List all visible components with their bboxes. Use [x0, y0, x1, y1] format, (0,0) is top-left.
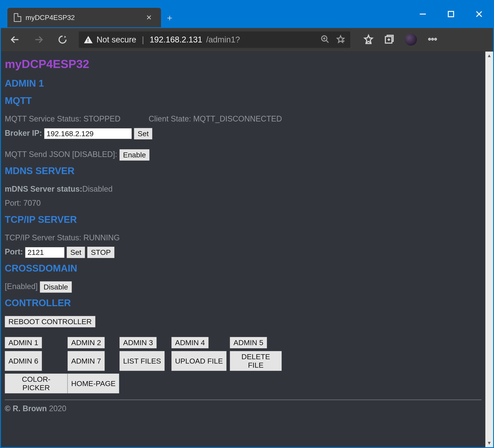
mqtt-json-enable-button[interactable]: Enable [119, 149, 150, 161]
tcpip-status-row: TCP/IP Server Status: RUNNING [5, 231, 482, 244]
page-title: myDCP4ESP32 [5, 57, 482, 71]
svg-rect-1 [448, 12, 454, 17]
svg-marker-13 [365, 35, 372, 43]
broker-set-button[interactable]: Set [134, 128, 152, 140]
window-controls [409, 1, 493, 27]
admin4-button[interactable]: ADMIN 4 [171, 337, 209, 348]
zoom-icon[interactable] [321, 35, 330, 45]
scroll-down-icon[interactable]: ▼ [487, 440, 492, 446]
color-picker-button[interactable]: COLOR-PICKER [5, 373, 68, 393]
reboot-row: REBOOT CONTROLLER [5, 315, 482, 327]
crossdomain-status: [Enabled] [5, 282, 38, 291]
footer: © R. Brown 2020 [5, 404, 482, 413]
browser-window: myDCP4ESP32 ✕ ＋ [0, 0, 494, 448]
titlebar: myDCP4ESP32 ✕ ＋ [1, 1, 493, 27]
copyright-year: 2020 [47, 404, 66, 413]
mdns-status-row: mDNS Server status:Disabled [5, 183, 482, 195]
close-window-button[interactable] [465, 4, 493, 24]
separator: | [142, 35, 144, 44]
scroll-up-icon[interactable]: ▲ [487, 53, 492, 58]
svg-point-18 [429, 38, 430, 40]
url-actions [321, 35, 345, 45]
mqtt-broker-row: Broker IP: Set [5, 127, 482, 140]
reboot-controller-button[interactable]: REBOOT CONTROLLER [5, 316, 95, 327]
admin-heading: ADMIN 1 [5, 78, 482, 89]
tcpip-heading: TCP/IP SERVER [5, 214, 482, 225]
new-tab-button[interactable]: ＋ [161, 8, 178, 27]
mqtt-status-row: MQTT Service Status: STOPPED Client Stat… [5, 113, 482, 125]
tcpip-port-input[interactable] [25, 247, 64, 258]
profile-avatar[interactable] [405, 34, 417, 46]
tab-strip: myDCP4ESP32 ✕ ＋ [1, 1, 178, 27]
tcpip-port-label: Port: [5, 247, 25, 256]
more-icon[interactable] [427, 34, 438, 45]
controller-heading: CONTROLLER [5, 297, 482, 308]
broker-ip-label: Broker IP: [5, 129, 44, 138]
browser-tab[interactable]: myDCP4ESP32 ✕ [7, 8, 161, 27]
back-button[interactable] [7, 32, 23, 47]
maximize-button[interactable] [437, 4, 465, 24]
toolbar-right [363, 34, 438, 46]
mqtt-heading: MQTT [5, 95, 482, 106]
tcpip-stop-button[interactable]: STOP [87, 247, 114, 258]
mqtt-status-label: MQTT Service Status: [5, 114, 83, 123]
svg-point-19 [432, 38, 433, 40]
admin2-button[interactable]: ADMIN 2 [68, 337, 105, 348]
url-host: 192.168.2.131 [150, 35, 202, 44]
warning-icon [84, 36, 93, 43]
svg-line-7 [326, 40, 328, 43]
collections-icon[interactable] [384, 34, 395, 45]
crossdomain-heading: CROSSDOMAIN [5, 263, 482, 274]
mqtt-client-label: Client State: [149, 114, 193, 123]
svg-point-20 [435, 38, 436, 40]
home-page-button[interactable]: HOME-PAGE [68, 373, 119, 393]
nav-grid: ADMIN 1 ADMIN 2 ADMIN 3 ADMIN 4 ADMIN 5 … [5, 337, 482, 393]
page-body: myDCP4ESP32 ADMIN 1 MQTT MQTT Service St… [1, 51, 485, 447]
admin7-button[interactable]: ADMIN 7 [68, 351, 105, 371]
crossdomain-row: [Enabled] Disable [5, 280, 482, 293]
url-path: /admin1? [206, 35, 240, 44]
content-pane: myDCP4ESP32 ADMIN 1 MQTT MQTT Service St… [1, 51, 493, 447]
tab-title: myDCP4ESP32 [25, 14, 139, 22]
mdns-status-value: Disabled [82, 184, 112, 193]
mqtt-json-row: MQTT Send JSON [DISABLED]: Enable [5, 148, 482, 161]
tcpip-set-button[interactable]: Set [67, 247, 85, 258]
broker-ip-input[interactable] [44, 128, 132, 139]
upload-file-button[interactable]: UPLOAD FILE [171, 351, 227, 371]
copyright: © R. Brown [5, 404, 47, 413]
close-tab-icon[interactable]: ✕ [143, 12, 154, 23]
mqtt-client-value: MQTT_DISCONNECTED [193, 114, 282, 123]
mqtt-status-value: STOPPED [83, 114, 120, 123]
tcpip-status-value: RUNNING [83, 233, 120, 242]
mdns-status-label: mDNS Server status: [5, 184, 82, 193]
mqtt-json-label: MQTT Send JSON [DISABLED]: [5, 150, 119, 159]
delete-file-button[interactable]: DELETE FILE [230, 351, 282, 371]
tcpip-port-row: Port: Set STOP [5, 245, 482, 258]
tcpip-status-label: TCP/IP Server Status: [5, 233, 83, 242]
forward-button[interactable] [31, 32, 46, 47]
document-icon [14, 13, 21, 22]
admin5-button[interactable]: ADMIN 5 [230, 337, 267, 348]
mdns-port-value: 7070 [23, 199, 41, 207]
admin3-button[interactable]: ADMIN 3 [119, 337, 157, 348]
security-label: Not secure [97, 35, 136, 44]
vertical-scrollbar[interactable]: ▲ ▼ [485, 51, 493, 447]
address-bar: Not secure | 192.168.2.131/admin1? [1, 27, 493, 51]
mdns-heading: MDNS SERVER [5, 166, 482, 176]
crossdomain-disable-button[interactable]: Disable [40, 281, 72, 293]
admin6-button[interactable]: ADMIN 6 [5, 351, 42, 371]
mdns-port-row: Port: 7070 [5, 197, 482, 209]
favorites-icon[interactable] [363, 34, 374, 45]
refresh-button[interactable] [55, 32, 70, 47]
mdns-port-label: Port: [5, 199, 23, 207]
admin1-button[interactable]: ADMIN 1 [5, 337, 42, 348]
favorite-add-icon[interactable] [336, 35, 345, 45]
footer-separator [5, 399, 482, 400]
minimize-button[interactable] [409, 4, 437, 24]
list-files-button[interactable]: LIST FILES [119, 351, 165, 371]
url-input[interactable]: Not secure | 192.168.2.131/admin1? [79, 31, 350, 48]
